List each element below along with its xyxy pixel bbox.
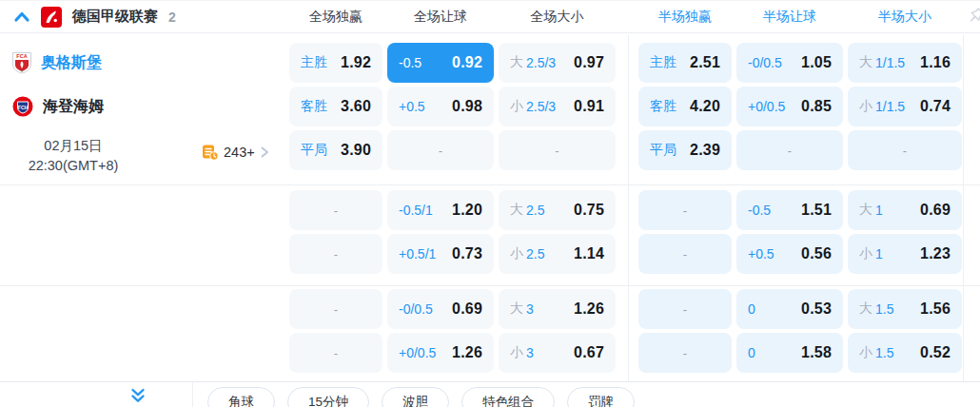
group-divider [0,184,980,185]
odds-cell[interactable]: 平局2.39 [638,130,732,170]
odds-cell[interactable]: +0.5/10.73 [387,234,494,274]
odds-cell[interactable]: +0.50.56 [736,234,843,274]
odds-cell[interactable]: 大2.5/30.97 [499,43,616,83]
odds-cell-empty: - [289,234,382,274]
match-kickoff: 22:30(GMT+8) [4,156,143,176]
footer-divider [0,381,980,382]
chevron-right-icon [260,145,269,159]
odds-cell-empty: - [638,333,732,373]
odds-cell[interactable]: -0/0.50.69 [387,289,494,329]
tab-cards[interactable]: 罚牌 [567,387,635,407]
home-team-name: 奥格斯堡 [41,53,102,73]
tab-15min[interactable]: 15分钟 [287,387,369,407]
chevron-up-icon[interactable] [13,10,30,24]
odds-panel: 德国甲级联赛 2 全场独赢 全场让球 全场大小 半场独赢 半场让球 半场大小 F… [0,0,980,407]
extra-market-tabs: 角球 15分钟 波胆 特色组合 罚牌 [207,387,635,407]
odds-cell[interactable]: 00.53 [736,289,843,329]
svg-text:FCH: FCH [18,105,29,110]
column-header-ht-1x2: 半场独赢 [638,9,732,26]
odds-cell-empty: - [638,234,732,274]
more-markets-link[interactable]: 243+ [202,144,269,161]
group-divider [0,285,980,286]
svg-text:FCA: FCA [16,53,27,59]
odds-cell[interactable]: 平局3.90 [289,130,382,170]
augsburg-crest-icon: FCA [11,51,32,74]
match-time: 02月15日 22:30(GMT+8) [4,136,143,176]
odds-cell[interactable]: 大1.51.56 [848,289,962,329]
right-edge-divider [963,35,964,381]
tab-special-combos[interactable]: 特色组合 [461,387,555,407]
odds-cell[interactable]: 大1/1.51.16 [848,43,962,83]
odds-cell[interactable]: -0.51.51 [736,190,843,230]
odds-cell[interactable]: +0/0.50.85 [736,87,843,126]
column-header-ht-overunder: 半场大小 [848,9,962,26]
odds-cell-empty: - [638,289,732,329]
odds-group-main: 主胜1.92 -0.50.92 大2.5/30.97 主胜2.51 -0/0.5… [289,43,962,170]
odds-cell-empty: - [848,130,962,170]
market-column-headers: 全场独赢 全场让球 全场大小 半场独赢 半场让球 半场大小 [289,1,962,32]
odds-cell-empty: - [736,130,843,170]
odds-cell[interactable]: 小2.5/30.91 [499,87,616,126]
odds-cell[interactable]: 小2.51.14 [499,234,616,274]
heidenheim-crest-icon: FCH [11,95,34,118]
double-chevron-down-icon[interactable] [129,388,147,404]
header-divider [0,32,980,33]
league-header: 德国甲级联赛 2 [13,1,176,32]
home-team-row[interactable]: FCA 奥格斯堡 [11,43,102,83]
odds-group-alt-lines-2: - -0/0.50.69 大31.26 - 00.53 大1.51.56 - +… [289,289,962,373]
odds-cell[interactable]: 小11.23 [848,234,962,274]
odds-cell-empty: - [387,130,494,170]
league-match-count: 2 [168,10,176,25]
bundesliga-logo-icon [41,7,62,28]
column-header-ht-handicap: 半场让球 [736,9,843,26]
markets-clock-icon [202,144,219,161]
odds-cell[interactable]: 客胜4.20 [638,87,732,126]
column-header-ft-overunder: 全场大小 [499,9,616,26]
odds-cell[interactable]: 小1/1.50.74 [848,87,962,126]
column-header-ft-1x2: 全场独赢 [289,9,382,26]
odds-cell[interactable]: 主胜2.51 [638,43,732,83]
tab-corners[interactable]: 角球 [207,387,275,407]
odds-cell[interactable]: 主胜1.92 [289,43,382,83]
odds-cell[interactable]: 大31.26 [499,289,616,329]
odds-cell-empty: - [289,289,382,329]
odds-cell-empty: - [289,333,382,373]
match-date: 02月15日 [4,136,143,156]
odds-cell[interactable]: +0/0.51.26 [387,333,494,373]
odds-cell[interactable]: +0.50.98 [387,87,494,126]
odds-group-alt-lines-1: - -0.5/11.20 大2.50.75 - -0.51.51 大10.69 … [289,190,962,274]
odds-cell[interactable]: 大2.50.75 [499,190,616,230]
footer-vertical-divider [192,382,193,407]
odds-cell[interactable]: -0/0.51.05 [736,43,843,83]
odds-cell[interactable]: 小30.67 [499,333,616,373]
odds-cell-empty: - [499,130,616,170]
more-markets-count: 243+ [224,145,255,160]
column-header-ft-handicap: 全场让球 [387,9,494,26]
odds-cell-empty: - [289,190,382,230]
odds-cell-selected[interactable]: -0.50.92 [387,43,494,83]
odds-cell[interactable]: 客胜3.60 [289,87,382,126]
odds-cell[interactable]: 小1.50.52 [848,333,962,373]
league-name: 德国甲级联赛 [72,8,158,26]
away-team-name: 海登海姆 [43,97,104,117]
odds-cell[interactable]: 01.58 [736,333,843,373]
tab-correct-score[interactable]: 波胆 [382,387,449,407]
odds-cell[interactable]: 大10.69 [848,190,962,230]
odds-cell-empty: - [638,190,732,230]
odds-cell[interactable]: -0.5/11.20 [387,190,494,230]
pin-icon[interactable] [969,7,980,24]
away-team-row[interactable]: FCH 海登海姆 [11,87,104,126]
